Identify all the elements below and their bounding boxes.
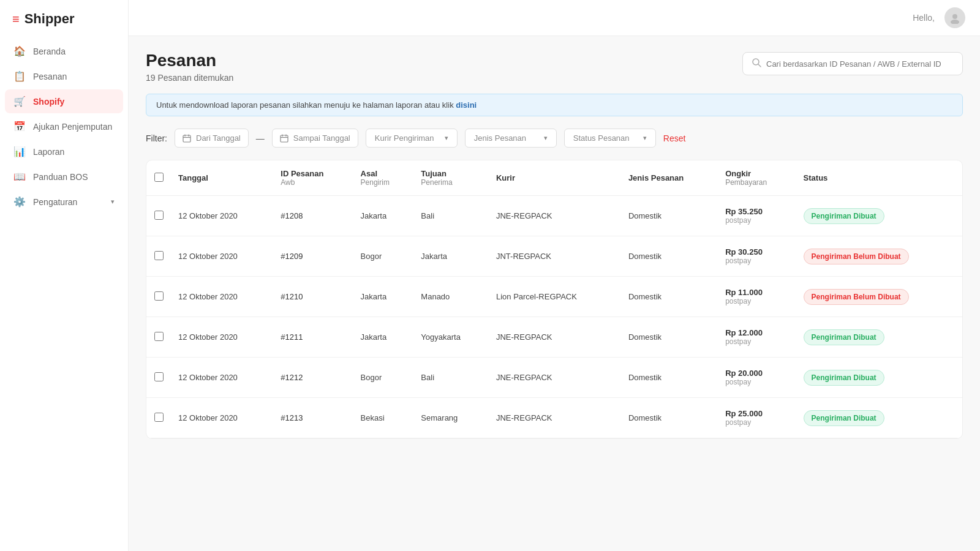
row-checkbox-5[interactable] [154,413,164,422]
status-badge: Pengiriman Dibuat [804,329,884,345]
row-asal: Jakarta [353,277,414,317]
status-badge: Pengiriman Belum Dibuat [804,289,909,305]
order-type-label: Jenis Pesanan [474,133,526,143]
row-tanggal: 12 Oktober 2020 [171,236,273,277]
row-ongkir-amount: Rp 12.000 [725,328,788,337]
sidebar-item-label: Laporan [33,147,64,157]
sidebar-item-label: Panduan BOS [33,172,88,182]
row-status: Pengiriman Dibuat [796,196,962,236]
row-checkbox-cell [146,317,171,358]
row-id[interactable]: #1209 [273,236,353,277]
select-all-checkbox[interactable] [154,173,164,182]
row-kurir: Lion Parcel-REGPACK [489,277,621,317]
sidebar-item-beranda[interactable]: 🏠 Beranda [5,39,123,63]
reset-button[interactable]: Reset [663,133,686,143]
row-jenis: Domestik [621,317,718,358]
table-row: 12 Oktober 2020 #1211 Jakarta Yogyakarta… [146,317,962,358]
orders-table-container: Tanggal ID Pesanan Awb Asal Pengirim Tuj… [146,160,963,439]
row-tanggal: 12 Oktober 2020 [171,277,273,317]
sidebar-item-laporan[interactable]: 📊 Laporan [5,140,123,163]
col-kurir: Kurir [489,160,621,196]
col-tujuan-label: Tujuan [421,169,447,178]
row-ongkir-type: postpay [725,337,788,346]
page-title-area: Pesanan 19 Pesanan ditemukan [146,51,233,91]
row-id[interactable]: #1210 [273,277,353,317]
row-kurir: JNE-REGPACK [489,398,621,438]
avatar[interactable] [944,7,965,28]
settings-icon: ⚙️ [13,196,26,208]
col-status: Status [796,160,962,196]
row-tujuan: Jakarta [413,236,489,277]
col-status-label: Status [804,173,828,182]
row-status: Pengiriman Dibuat [796,358,962,398]
content-area: Pesanan 19 Pesanan ditemukan Untuk mendo… [129,36,980,551]
row-kurir: JNT-REGPACK [489,236,621,277]
sidebar-item-panduan-bos[interactable]: 📖 Panduan BOS [5,165,123,189]
to-date-picker[interactable]: Sampai Tanggal [272,129,358,148]
svg-line-3 [758,64,761,67]
from-date-picker[interactable]: Dari Tanggal [175,129,249,148]
col-kurir-label: Kurir [496,173,515,182]
pengaturan-left: ⚙️ Pengaturan [13,196,77,208]
row-checkbox-cell [146,277,171,317]
info-banner: Untuk mendownload laporan pesanan silahk… [146,94,963,116]
table-row: 12 Oktober 2020 #1209 Bogor Jakarta JNT-… [146,236,962,277]
sidebar: ≡ Shipper 🏠 Beranda 📋 Pesanan 🛒 Shopify … [0,0,129,551]
sidebar-item-ajukan-penjemputan[interactable]: 📅 Ajukan Penjemputan [5,114,123,138]
sidebar-nav: 🏠 Beranda 📋 Pesanan 🛒 Shopify 📅 Ajukan P… [0,39,128,214]
row-ongkir-type: postpay [725,297,788,305]
row-ongkir-amount: Rp 20.000 [725,369,788,378]
row-jenis: Domestik [621,358,718,398]
row-checkbox-cell [146,236,171,277]
row-id[interactable]: #1213 [273,398,353,438]
row-kurir: JNE-REGPACK [489,196,621,236]
row-ongkir-amount: Rp 25.000 [725,409,788,418]
filter-label: Filter: [146,133,167,143]
row-id[interactable]: #1211 [273,317,353,358]
hello-label: Hello, [913,13,935,23]
svg-rect-4 [183,135,190,142]
order-status-label: Status Pesanan [573,133,630,143]
row-jenis: Domestik [621,236,718,277]
sidebar-item-shopify[interactable]: 🛒 Shopify [5,89,123,113]
row-tanggal: 12 Oktober 2020 [171,358,273,398]
calendar-icon [183,134,191,143]
row-asal: Bekasi [353,398,414,438]
search-input[interactable] [766,59,954,69]
row-checkbox-0[interactable] [154,211,164,220]
row-id[interactable]: #1208 [273,196,353,236]
main-area: Hello, Pesanan 19 Pesanan ditemukan [129,0,980,551]
courier-filter[interactable]: Kurir Pengiriman ▾ [366,129,458,148]
logo-icon: ≡ [12,13,20,25]
row-checkbox-1[interactable] [154,251,164,260]
logo-text: Shipper [24,11,75,27]
top-header: Hello, [129,0,980,36]
row-jenis: Domestik [621,398,718,438]
search-icon [752,58,761,70]
table-row: 12 Oktober 2020 #1210 Jakarta Manado Lio… [146,277,962,317]
col-id-sub: Awb [281,178,345,187]
order-status-filter[interactable]: Status Pesanan ▾ [564,129,656,148]
page-subtitle: 19 Pesanan ditemukan [146,73,233,83]
row-tujuan: Bali [413,196,489,236]
row-tanggal: 12 Oktober 2020 [171,196,273,236]
sidebar-item-pesanan[interactable]: 📋 Pesanan [5,64,123,88]
row-ongkir: Rp 11.000 postpay [718,277,796,317]
sidebar-item-pengaturan[interactable]: ⚙️ Pengaturan ▾ [5,190,123,214]
home-icon: 🏠 [13,45,26,57]
order-type-filter[interactable]: Jenis Pesanan ▾ [465,129,557,148]
row-checkbox-cell [146,196,171,236]
row-asal: Jakarta [353,196,414,236]
logo: ≡ Shipper [0,0,128,39]
row-asal: Bogor [353,236,414,277]
row-status: Pengiriman Dibuat [796,398,962,438]
info-banner-link[interactable]: disini [456,100,477,110]
col-asal-label: Asal [361,169,377,178]
row-id[interactable]: #1212 [273,358,353,398]
sidebar-item-label: Shopify [33,97,64,107]
row-checkbox-4[interactable] [154,372,164,381]
row-checkbox-2[interactable] [154,291,164,301]
pickup-icon: 📅 [13,121,26,132]
row-checkbox-3[interactable] [154,332,164,341]
col-tujuan-sub: Penerima [421,178,481,187]
